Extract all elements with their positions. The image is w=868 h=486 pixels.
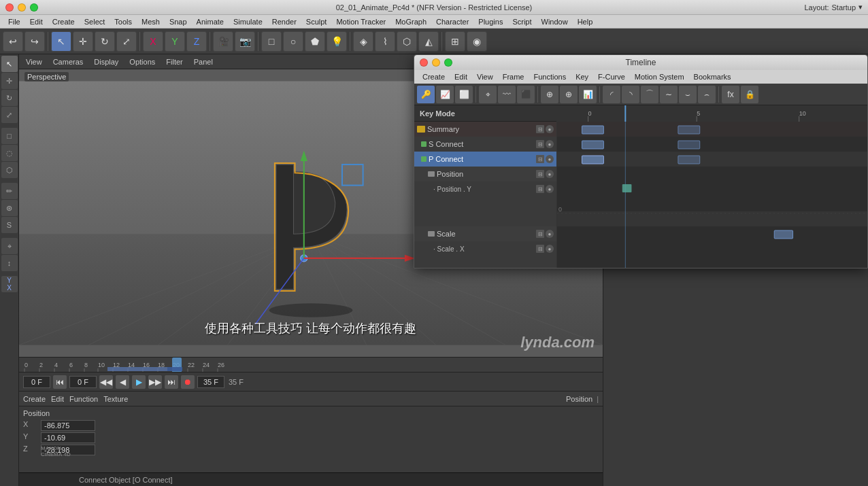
- menu-motion-tracker[interactable]: Motion Tracker: [332, 17, 390, 27]
- scale-icon-2[interactable]: ●: [546, 230, 554, 238]
- menu-simulate[interactable]: Simulate: [229, 17, 267, 27]
- tl-tool-5[interactable]: ⌖: [479, 86, 497, 103]
- menu-plugins[interactable]: Plugins: [474, 17, 507, 27]
- tool-axis[interactable]: YX: [1, 276, 18, 292]
- select-tool-button[interactable]: ↖: [51, 31, 71, 52]
- tl-tool-c4[interactable]: ∼: [660, 86, 678, 103]
- tool-scale[interactable]: ⤢: [1, 107, 18, 123]
- tl-track-position-y[interactable]: ∙ Position . Y ⊟ ●: [414, 181, 556, 196]
- timeline-keyframes[interactable]: 0 5 10: [557, 105, 867, 268]
- tool-move[interactable]: ✛: [1, 73, 18, 89]
- transform-y-button[interactable]: Y: [165, 31, 185, 52]
- tl-track-scale[interactable]: Scale ⊟ ●: [414, 226, 556, 241]
- scale-icon-1[interactable]: ⊟: [536, 230, 544, 238]
- tool-rotate[interactable]: ↻: [1, 90, 18, 106]
- menu-tools[interactable]: Tools: [110, 17, 136, 27]
- layout-dropdown-icon[interactable]: ▾: [858, 3, 863, 12]
- effector-button[interactable]: ◭: [418, 31, 439, 52]
- redo-button[interactable]: ↪: [24, 31, 45, 52]
- tl-menu-key[interactable]: Key: [571, 72, 592, 82]
- attr-menu-edit[interactable]: Edit: [51, 395, 64, 403]
- tl-track-p-connect[interactable]: P Connect ⊟ ●: [414, 152, 556, 167]
- tl-tool-fx[interactable]: fx: [722, 86, 739, 103]
- tl-menu-motion-system[interactable]: Motion System: [631, 72, 688, 82]
- tool-knife[interactable]: ⌖: [1, 238, 18, 254]
- rotate-tool-button[interactable]: ↻: [95, 31, 115, 52]
- tl-minimize-button[interactable]: [432, 58, 440, 67]
- menu-character[interactable]: Character: [432, 17, 473, 27]
- vp-menu-options[interactable]: Options: [127, 57, 158, 67]
- menu-sculpt[interactable]: Sculpt: [302, 17, 331, 27]
- tl-tool-c1[interactable]: ◜: [603, 86, 620, 103]
- material-button[interactable]: ◈: [353, 31, 373, 52]
- posy-icon-1[interactable]: ⊟: [536, 185, 544, 193]
- s-icon-1[interactable]: ⊟: [536, 140, 544, 148]
- pos-x-input[interactable]: [41, 420, 95, 431]
- tl-menu-edit[interactable]: Edit: [450, 72, 471, 82]
- transform-x-button[interactable]: X: [143, 31, 163, 52]
- tool-lasso[interactable]: ◌: [1, 145, 18, 161]
- tl-tool-dope[interactable]: ⬜: [455, 86, 473, 103]
- scalex-icon-1[interactable]: ⊟: [536, 245, 544, 253]
- mograph-button[interactable]: ⬡: [397, 31, 417, 52]
- vp-menu-filter[interactable]: Filter: [163, 57, 185, 67]
- tl-track-scale-x[interactable]: ∙ Scale . X ⊟ ●: [414, 241, 556, 256]
- cube-button[interactable]: □: [261, 31, 282, 52]
- summary-icon-1[interactable]: ⊟: [536, 125, 544, 133]
- start-frame-input[interactable]: [69, 376, 97, 388]
- menu-help[interactable]: Help: [573, 17, 597, 27]
- end-frame-input[interactable]: [197, 376, 224, 388]
- transform-z-button[interactable]: Z: [186, 31, 207, 52]
- tl-tool-lock[interactable]: 🔒: [741, 86, 758, 103]
- tl-track-s-connect[interactable]: S Connect ⊟ ●: [414, 137, 556, 152]
- pos-y-input[interactable]: [41, 432, 95, 443]
- deformer-button[interactable]: ⌇: [375, 31, 395, 52]
- attr-menu-function[interactable]: Function: [69, 395, 98, 403]
- menu-snap[interactable]: Snap: [165, 17, 191, 27]
- tool-pointer[interactable]: ↖: [1, 56, 18, 72]
- tl-menu-functions[interactable]: Functions: [529, 72, 570, 82]
- prev-frame-button[interactable]: ◀◀: [99, 375, 113, 389]
- pos-icon-1[interactable]: ⊟: [536, 170, 544, 178]
- tl-tool-c3[interactable]: ⌒: [641, 86, 658, 103]
- tl-maximize-button[interactable]: [444, 58, 452, 67]
- attr-menu-texture[interactable]: Texture: [103, 395, 128, 403]
- tl-menu-view[interactable]: View: [473, 72, 497, 82]
- extra-btn-1[interactable]: ⊞: [445, 31, 465, 52]
- minimize-button[interactable]: [18, 3, 26, 12]
- tl-tool-curves[interactable]: 📈: [436, 86, 454, 103]
- next-button[interactable]: ▶▶: [148, 375, 162, 389]
- current-frame-input[interactable]: [23, 376, 50, 388]
- vp-menu-panel[interactable]: Panel: [191, 57, 216, 67]
- tl-menu-fcurve[interactable]: F-Curve: [594, 72, 629, 82]
- vp-menu-display[interactable]: Display: [91, 57, 121, 67]
- scalex-icon-2[interactable]: ●: [546, 245, 554, 253]
- undo-button[interactable]: ↩: [3, 31, 23, 52]
- pos-icon-2[interactable]: ●: [546, 170, 554, 178]
- tool-sculpt[interactable]: ⊛: [1, 200, 18, 216]
- tl-track-position[interactable]: Position ⊟ ●: [414, 167, 556, 181]
- menu-file[interactable]: File: [4, 17, 24, 27]
- tl-tool-7[interactable]: ⬛: [517, 86, 535, 103]
- light-button[interactable]: 💡: [327, 31, 347, 52]
- play-button[interactable]: ▶: [132, 375, 146, 389]
- close-button[interactable]: [5, 3, 14, 12]
- tl-tool-graph[interactable]: 📊: [579, 86, 597, 103]
- menu-edit[interactable]: Edit: [26, 17, 47, 27]
- tl-track-summary[interactable]: Summary ⊟ ●: [414, 122, 556, 137]
- first-frame-button[interactable]: ⏮: [53, 375, 67, 389]
- attr-menu-create[interactable]: Create: [23, 395, 46, 403]
- menu-mesh[interactable]: Mesh: [137, 17, 164, 27]
- scale-tool-button[interactable]: ⤢: [116, 31, 137, 52]
- tool-s2[interactable]: S: [1, 217, 18, 233]
- camera-button[interactable]: 🎥: [213, 31, 233, 52]
- prev-button[interactable]: ◀: [116, 375, 129, 389]
- tool-poly[interactable]: ⬡: [1, 162, 18, 178]
- tl-close-button[interactable]: [420, 58, 428, 67]
- extra-btn-2[interactable]: ◉: [467, 31, 487, 52]
- menu-animate[interactable]: Animate: [193, 17, 228, 27]
- tl-tool-c6[interactable]: ⌢: [698, 86, 716, 103]
- maximize-button[interactable]: [30, 3, 38, 12]
- move-tool-button[interactable]: ✛: [73, 31, 93, 52]
- menu-script[interactable]: Script: [508, 17, 535, 27]
